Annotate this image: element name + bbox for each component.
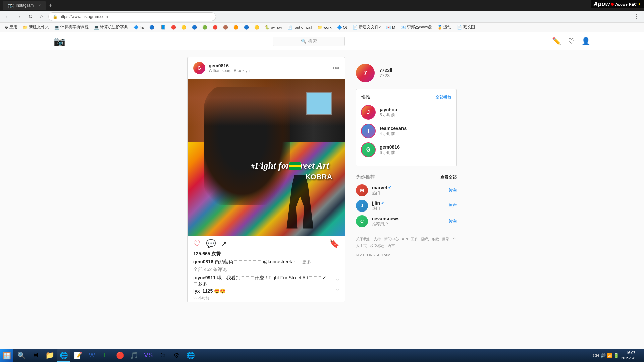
- bookmark-b5[interactable]: 🟢: [200, 24, 209, 31]
- bookmark-b7[interactable]: 🟤: [221, 24, 230, 31]
- suggestion-username-jjlin[interactable]: jjlin ✔: [372, 200, 444, 206]
- footer-link-language[interactable]: 语言: [388, 244, 395, 248]
- footer-link-privacy[interactable]: 隐私: [421, 237, 429, 241]
- bookmark-apps[interactable]: ⚙ 应用: [3, 24, 19, 31]
- taskbar-app-vs[interactable]: VS: [142, 349, 155, 362]
- story-avatar-2[interactable]: T: [361, 124, 376, 138]
- bookmark-b10[interactable]: 🟡: [252, 24, 261, 31]
- post-more-button[interactable]: •••: [332, 64, 339, 72]
- bookmark-label: 截长图: [463, 25, 475, 30]
- forward-button[interactable]: →: [14, 12, 23, 21]
- bookmark-sports[interactable]: 🏅 运动: [435, 24, 453, 31]
- browser-tab[interactable]: 📷 Instagram ×: [3, 1, 46, 10]
- suggestion-avatar-jjlin[interactable]: J: [356, 200, 368, 212]
- taskbar-app-excel[interactable]: E: [99, 349, 113, 362]
- story-avatar-1[interactable]: J: [361, 105, 376, 120]
- bookmark-py-svr[interactable]: 🐍 py_svr: [263, 24, 284, 31]
- bookmark-frp[interactable]: 🔷 frp: [131, 24, 146, 31]
- address-bar[interactable]: 🔒 https://www.instagram.com: [48, 12, 216, 21]
- sidebar-user-info: 7723li 7723: [379, 68, 392, 78]
- taskbar-app-settings[interactable]: ⚙: [170, 349, 183, 362]
- caption-username[interactable]: gem0816: [193, 259, 213, 264]
- tab-close-button[interactable]: ×: [38, 3, 41, 8]
- bookmark-computer1[interactable]: 💻 计算机字典课程: [52, 24, 91, 31]
- footer-link-terms[interactable]: 条款: [432, 237, 439, 241]
- footer-link-directory[interactable]: 目录: [442, 237, 449, 241]
- taskbar-app-chrome[interactable]: 🌐: [57, 349, 70, 362]
- ig-logo-container[interactable]: 📷: [54, 36, 65, 47]
- bookmark-qt[interactable]: 🔷 Qt: [335, 24, 349, 31]
- new-tab-button[interactable]: +: [49, 2, 52, 9]
- comment-user-2[interactable]: lyx_1125: [193, 288, 213, 294]
- suggestions-see-all-button[interactable]: 查看全部: [440, 175, 457, 180]
- footer-link-press[interactable]: 新闻中心: [384, 237, 399, 241]
- bookmark-computer2[interactable]: 💻 计算机进阶字典: [92, 24, 130, 31]
- footer-link-about[interactable]: 关于我们: [356, 237, 371, 241]
- taskbar-app-app1[interactable]: 🔴: [113, 349, 127, 362]
- bookmark-b6[interactable]: 🔴: [211, 24, 220, 31]
- taskbar-app-explorer[interactable]: 📁: [43, 349, 56, 362]
- start-button[interactable]: 🪟: [0, 349, 13, 362]
- taskbar-app-search[interactable]: 🔍: [15, 349, 28, 362]
- story-username-1[interactable]: jaychou: [380, 107, 451, 112]
- taskbar-app-word[interactable]: W: [85, 349, 99, 362]
- taskbar-app-chrome2[interactable]: 🌐: [184, 349, 197, 362]
- suggestion-avatar-marvel[interactable]: M: [356, 184, 368, 196]
- follow-button-cevansnews[interactable]: 关注: [448, 219, 457, 224]
- comment-user-1[interactable]: joyce9911: [193, 275, 216, 280]
- suggestion-username-cevansnews[interactable]: cevansnews: [372, 216, 444, 221]
- view-all-comments-link[interactable]: 全部 462 条评论: [188, 267, 345, 274]
- comment-heart-1[interactable]: ♡: [336, 279, 339, 283]
- refresh-button[interactable]: ↻: [25, 12, 35, 21]
- bookmark-m[interactable]: 💌 M: [384, 24, 397, 31]
- bookmark-folder1[interactable]: 📁 新建文件夹: [21, 24, 51, 31]
- like-button[interactable]: ♡: [193, 239, 201, 248]
- suggestion-avatar-cevansnews[interactable]: C: [356, 215, 368, 227]
- bookmark-b9[interactable]: 🔵: [242, 24, 251, 31]
- footer-link-api[interactable]: API: [402, 237, 408, 241]
- post-user-info: gem0816 Williamsburg, Brooklyn: [209, 63, 329, 73]
- sidebar-user-avatar[interactable]: 7: [356, 64, 375, 82]
- stories-see-all-button[interactable]: 全部播放: [435, 95, 451, 100]
- bookmark-screenshot[interactable]: 📄 截长图: [455, 24, 477, 31]
- bookmark-work[interactable]: 📁 work: [315, 24, 333, 31]
- story-username-3[interactable]: gem0816: [380, 144, 451, 150]
- extensions-button[interactable]: ⋮: [632, 12, 641, 21]
- footer-link-jobs[interactable]: 工作: [411, 237, 418, 241]
- taskbar-app-taskview[interactable]: 🖥: [29, 349, 42, 362]
- back-button[interactable]: ←: [3, 12, 12, 21]
- footer-link-support[interactable]: 支持: [374, 237, 381, 241]
- home-button[interactable]: ⌂: [37, 12, 46, 21]
- bookmark-b3[interactable]: 🟡: [179, 24, 189, 31]
- story-username-2[interactable]: teamcevans: [380, 126, 451, 131]
- bookmark-out-of-wall[interactable]: 📄 © 2019 INSTAGRAM .out of wall: [285, 24, 314, 31]
- suggestion-username-marvel[interactable]: marvel ✔: [372, 185, 444, 190]
- bookmark-newfile[interactable]: 📄 新建文文件2: [351, 24, 383, 31]
- taskbar-app-sublime[interactable]: 📝: [71, 349, 85, 362]
- footer-link-hashtag[interactable]: 权臣标志: [370, 244, 385, 248]
- bookmark-b8[interactable]: 🟠: [231, 24, 240, 31]
- post-username[interactable]: gem0816: [209, 63, 329, 68]
- story-avatar-3[interactable]: G: [361, 142, 376, 157]
- share-button[interactable]: ↗: [221, 240, 227, 248]
- follow-button-jjlin[interactable]: 关注: [448, 203, 457, 209]
- bookmark-b1[interactable]: 📘: [159, 24, 168, 31]
- caption-more-link[interactable]: 更多: [302, 259, 311, 264]
- comment-heart-2[interactable]: ♡: [336, 289, 339, 293]
- bookmark-email[interactable]: 📧 李邦杰inbox盘: [399, 24, 434, 31]
- profile-icon[interactable]: 👤: [581, 37, 590, 46]
- bookmark-button[interactable]: 🔖: [329, 239, 339, 248]
- bookmark-b2[interactable]: 🔴: [169, 24, 178, 31]
- comment-button[interactable]: 💬: [206, 239, 216, 248]
- explore-icon[interactable]: ✏️: [552, 37, 561, 46]
- taskbar-app-files[interactable]: 🗂: [156, 349, 169, 362]
- taskbar-app-app2[interactable]: 🎵: [127, 349, 141, 362]
- ig-search-bar[interactable]: 🔍 搜索: [273, 37, 345, 46]
- activity-icon[interactable]: ♡: [568, 37, 575, 46]
- post-likes[interactable]: 125,665 次赞: [188, 251, 345, 258]
- sidebar-username[interactable]: 7723li: [379, 68, 392, 73]
- bookmark-on[interactable]: 🔵: [147, 24, 157, 31]
- follow-button-marvel[interactable]: 关注: [448, 188, 457, 193]
- post-user-avatar[interactable]: G: [193, 62, 205, 74]
- bookmark-b4[interactable]: 🔵: [190, 24, 199, 31]
